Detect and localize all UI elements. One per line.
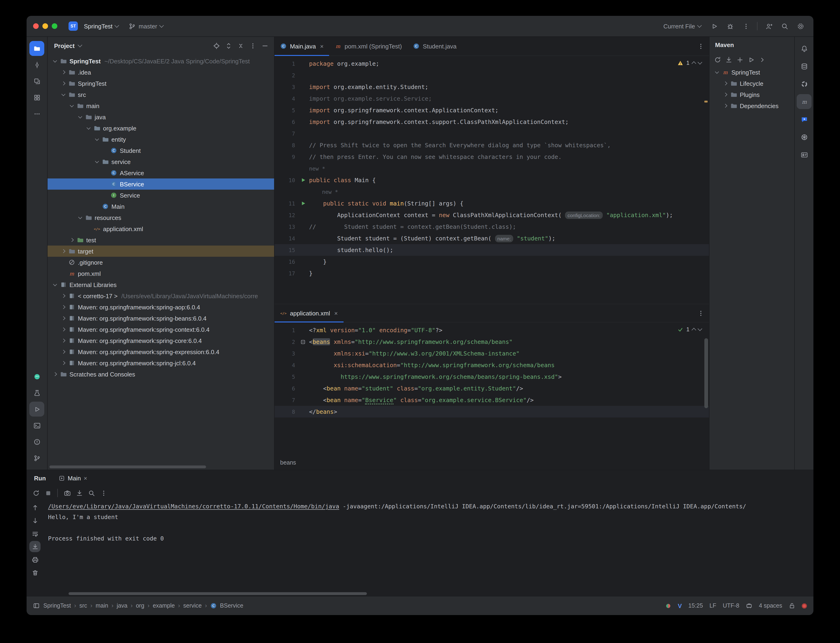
- chevron-down-icon[interactable]: [51, 60, 59, 62]
- editor-tab-main-java[interactable]: C Main.java ×: [275, 37, 329, 55]
- dump-heap-button[interactable]: [74, 487, 85, 499]
- profiler-button[interactable]: [797, 77, 812, 91]
- tree-item-bservice[interactable]: CBService: [47, 178, 274, 189]
- project-selector[interactable]: SpringTest: [81, 21, 121, 31]
- breadcrumb-item[interactable]: org: [136, 602, 144, 609]
- tree-item-maven-org-springframework-spring-context-6-0-4[interactable]: Maven: org.springframework:spring-contex…: [47, 324, 274, 335]
- run-button[interactable]: [707, 19, 722, 34]
- chevron-right-icon[interactable]: [68, 238, 75, 242]
- code-with-me-button[interactable]: [761, 19, 776, 34]
- scroll-to-end-button[interactable]: [29, 541, 41, 552]
- reload-all-projects-button[interactable]: [712, 54, 722, 65]
- problems-button[interactable]: [29, 434, 44, 449]
- chevron-down-icon[interactable]: [77, 116, 84, 118]
- chevron-down-icon[interactable]: [93, 161, 101, 162]
- tree-item-student[interactable]: CStudent: [47, 145, 274, 156]
- more-options-button[interactable]: [98, 487, 109, 499]
- caret-position-widget[interactable]: 15:25: [688, 602, 703, 609]
- editor-tab-application-xml[interactable]: </> application.xml ×: [275, 304, 343, 322]
- commit-button[interactable]: [29, 57, 44, 72]
- chevron-down-icon[interactable]: [77, 217, 84, 218]
- chevron-right-icon[interactable]: [60, 362, 67, 364]
- next-problem-icon[interactable]: [698, 326, 702, 331]
- debug-button[interactable]: [722, 19, 737, 34]
- chevron-down-icon[interactable]: [78, 42, 82, 47]
- chevron-right-icon[interactable]: [60, 250, 67, 253]
- chevron-right-icon[interactable]: [60, 350, 67, 353]
- plugin-status-button[interactable]: [665, 603, 671, 609]
- tree-item-dependencies[interactable]: Dependencies: [709, 100, 794, 111]
- tree-item-maven-org-springframework-spring-beans-6-0-4[interactable]: Maven: org.springframework:spring-beans:…: [47, 313, 274, 324]
- tree-item-entity[interactable]: entity: [47, 134, 274, 145]
- breadcrumb-item[interactable]: example: [153, 602, 175, 609]
- prev-occurrence-button[interactable]: [29, 502, 41, 513]
- build-button[interactable]: [29, 385, 44, 400]
- prev-problem-icon[interactable]: [691, 61, 696, 66]
- breadcrumb-item[interactable]: SpringTest: [43, 602, 71, 609]
- expand-all-button[interactable]: [223, 40, 234, 51]
- tree-item-main[interactable]: main: [47, 100, 274, 111]
- chevron-right-icon[interactable]: [60, 306, 67, 308]
- next-problem-icon[interactable]: [698, 60, 702, 65]
- tree-item-src[interactable]: src: [47, 89, 274, 100]
- tree-item-service[interactable]: IService: [47, 189, 274, 201]
- tree-item-aservice[interactable]: CAService: [47, 167, 274, 178]
- chevron-right-icon[interactable]: [60, 317, 67, 320]
- search-everywhere-button[interactable]: [777, 19, 792, 34]
- more-options-button[interactable]: [247, 40, 258, 51]
- tree-item-plugins[interactable]: Plugins: [709, 89, 794, 100]
- tree-item-corretto-17[interactable]: < corretto-17 >/Users/eve/Library/Java/J…: [47, 290, 274, 302]
- execute-goal-button[interactable]: [746, 54, 756, 65]
- main-editor[interactable]: 1package org.example;23import org.exampl…: [275, 56, 709, 304]
- tree-item-springtest[interactable]: SpringTest: [47, 78, 274, 89]
- breadcrumb-item[interactable]: src: [79, 602, 87, 609]
- chevron-right-icon[interactable]: [722, 93, 729, 96]
- chevron-right-icon[interactable]: [51, 373, 59, 375]
- tree-item-org-example[interactable]: org.example: [47, 122, 274, 134]
- chevron-right-icon[interactable]: [60, 71, 67, 73]
- hide-panel-button[interactable]: [259, 40, 270, 51]
- run-tab-main[interactable]: Main ×: [59, 475, 87, 481]
- project-button[interactable]: [29, 41, 44, 56]
- chevron-right-icon[interactable]: [60, 294, 67, 297]
- tree-item-maven-org-springframework-spring-core-6-0-4[interactable]: Maven: org.springframework:spring-core:6…: [47, 335, 274, 346]
- tree-item-test[interactable]: test: [47, 234, 274, 246]
- v-plugin-button[interactable]: V: [678, 602, 682, 609]
- breadcrumb-item[interactable]: service: [183, 602, 202, 609]
- tree-item-pom-xml[interactable]: mpom.xml: [47, 268, 274, 279]
- unlock-button[interactable]: [789, 602, 795, 609]
- collapse-all-button[interactable]: [235, 40, 246, 51]
- settings-button[interactable]: [793, 19, 808, 34]
- horizontal-scrollbar[interactable]: [69, 592, 367, 595]
- tree-item-java[interactable]: java: [47, 111, 274, 122]
- run-tool-window-button[interactable]: [29, 401, 44, 416]
- encoding-widget[interactable]: UTF-8: [723, 602, 739, 609]
- line-separator-widget[interactable]: LF: [709, 602, 716, 609]
- zoom-window-button[interactable]: [52, 23, 57, 29]
- tree-item-maven-org-springframework-spring-expression-6-0-4[interactable]: Maven: org.springframework:spring-expres…: [47, 346, 274, 357]
- more-actions-button[interactable]: [739, 19, 753, 34]
- vertical-scrollbar[interactable]: [704, 338, 708, 408]
- inspect-button[interactable]: [86, 487, 97, 499]
- horizontal-scrollbar[interactable]: [49, 465, 206, 468]
- run-configuration-selector[interactable]: Current File: [664, 23, 701, 29]
- download-sources-button[interactable]: [724, 54, 734, 65]
- close-tab-icon[interactable]: ×: [320, 42, 324, 50]
- warning-stripe-mark[interactable]: [704, 101, 708, 103]
- chevron-down-icon[interactable]: [713, 72, 721, 73]
- chevron-down-icon[interactable]: [85, 127, 92, 129]
- tree-item-lifecycle[interactable]: Lifecycle: [709, 78, 794, 89]
- editor-tab-student-java[interactable]: C Student.java: [407, 37, 462, 55]
- next-occurrence-button[interactable]: [29, 515, 41, 526]
- more-tool-windows-button[interactable]: [29, 106, 44, 121]
- tree-item-springtest[interactable]: SpringTest~/Desktop/CS/JavaEE/2 Java Spr…: [47, 55, 274, 67]
- collapse-region-icon[interactable]: [297, 339, 309, 344]
- clear-all-button[interactable]: [29, 567, 41, 578]
- tree-item-target[interactable]: target: [47, 246, 274, 257]
- tree-item-idea[interactable]: .idea: [47, 67, 274, 78]
- tree-item-service[interactable]: service: [47, 156, 274, 167]
- close-window-button[interactable]: [33, 23, 39, 29]
- tree-item-scratches-and-consoles[interactable]: Scratches and Consoles: [47, 369, 274, 380]
- print-button[interactable]: [29, 554, 41, 565]
- tree-item-maven-org-springframework-spring-jcl-6-0-4[interactable]: Maven: org.springframework:spring-jcl:6.…: [47, 357, 274, 369]
